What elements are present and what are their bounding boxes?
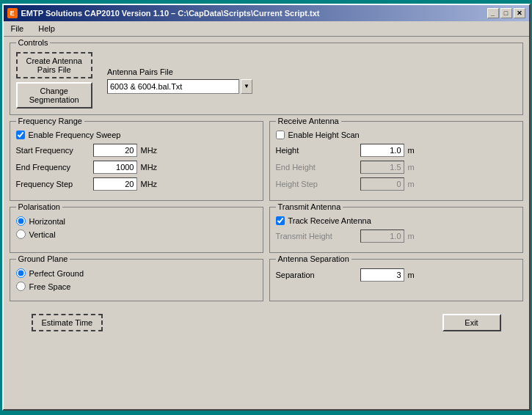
transmit-height-input xyxy=(360,229,404,243)
freq-checkbox-row: Enable Frequency Sweep xyxy=(16,131,257,139)
freq-sweep-checkbox[interactable] xyxy=(16,131,25,139)
height-step-input xyxy=(360,177,404,191)
end-freq-label: End Frequency xyxy=(16,163,90,172)
separation-input[interactable] xyxy=(360,268,404,282)
polarisation-group: Polarisation Horizontal Vertical xyxy=(10,207,263,253)
end-height-unit: m xyxy=(408,163,419,172)
vertical-label: Vertical xyxy=(29,230,56,239)
ground-plane-label: Ground Plane xyxy=(16,254,70,263)
height-scan-checkbox[interactable] xyxy=(276,131,285,139)
perfect-ground-row: Perfect Ground xyxy=(16,268,257,278)
free-space-label: Free Space xyxy=(29,282,71,291)
end-height-row: End Height m xyxy=(276,161,517,174)
controls-group: Controls Create Antenna Pairs File Chang… xyxy=(10,43,523,115)
freq-step-unit: MHz xyxy=(141,180,158,188)
bottom-section: Polarisation Horizontal Vertical Transmi… xyxy=(10,207,523,253)
height-row: Height m xyxy=(276,144,517,157)
end-freq-row: End Frequency MHz xyxy=(16,161,257,174)
estimate-time-button[interactable]: Estimate Time xyxy=(32,314,103,331)
perfect-ground-radio[interactable] xyxy=(16,268,26,278)
separation-label: Separation xyxy=(276,271,357,279)
title-bar: E EMTP Solutions CAP2010 Version 1.10 – … xyxy=(4,5,529,21)
antenna-file-input[interactable] xyxy=(107,79,239,94)
track-receive-checkbox[interactable] xyxy=(276,216,285,225)
height-step-row: Height Step m xyxy=(276,177,517,191)
frequency-group-label: Frequency Range xyxy=(16,117,84,125)
freq-step-label: Frequency Step xyxy=(16,180,90,188)
height-scan-label: Enable Height Scan xyxy=(288,131,360,139)
close-button[interactable]: ✕ xyxy=(514,8,525,18)
end-freq-unit: MHz xyxy=(141,163,158,172)
minimize-button[interactable]: _ xyxy=(487,8,499,18)
perfect-ground-label: Perfect Ground xyxy=(29,269,84,278)
separation-unit: m xyxy=(408,271,419,279)
freq-step-row: Frequency Step MHz xyxy=(16,177,257,191)
freq-sweep-label: Enable Frequency Sweep xyxy=(29,131,121,139)
end-freq-input[interactable] xyxy=(93,161,137,174)
change-segmentation-button[interactable]: Change Segmentation xyxy=(16,82,92,109)
transmit-antenna-label: Transmit Antenna xyxy=(276,202,343,211)
controls-buttons: Create Antenna Pairs File Change Segment… xyxy=(16,52,92,109)
transmit-antenna-group: Transmit Antenna Track Receive Antenna T… xyxy=(269,207,523,253)
title-buttons: _ □ ✕ xyxy=(487,8,525,18)
track-checkbox-row: Track Receive Antenna xyxy=(276,216,517,225)
main-content: Controls Create Antenna Pairs File Chang… xyxy=(4,37,529,409)
exit-button[interactable]: Exit xyxy=(442,314,501,331)
app-icon: E xyxy=(7,8,18,18)
free-space-radio[interactable] xyxy=(16,282,26,291)
track-receive-label: Track Receive Antenna xyxy=(288,216,371,225)
ground-separation-section: Ground Plane Perfect Ground Free Space A… xyxy=(10,259,523,301)
start-freq-unit: MHz xyxy=(141,146,158,155)
end-height-label: End Height xyxy=(276,163,357,172)
dropdown-arrow[interactable]: ▼ xyxy=(241,79,252,94)
menu-bar: File Help xyxy=(4,21,529,37)
height-step-label: Height Step xyxy=(276,180,357,188)
antenna-file-label: Antenna Pairs File xyxy=(107,67,252,76)
create-antenna-button[interactable]: Create Antenna Pairs File xyxy=(16,52,92,78)
bottom-buttons: Estimate Time Exit xyxy=(10,310,523,335)
start-freq-label: Start Frequency xyxy=(16,146,90,155)
receive-antenna-label: Receive Antenna xyxy=(276,117,341,125)
main-window: E EMTP Solutions CAP2010 Version 1.10 – … xyxy=(2,4,531,411)
end-height-input xyxy=(360,161,404,174)
horizontal-label: Horizontal xyxy=(29,217,66,226)
antenna-separation-group: Antenna Separation Separation m xyxy=(269,259,523,301)
middle-section: Frequency Range Enable Frequency Sweep S… xyxy=(10,121,523,201)
height-unit: m xyxy=(408,146,419,155)
controls-row: Create Antenna Pairs File Change Segment… xyxy=(16,52,517,109)
antenna-separation-label: Antenna Separation xyxy=(276,254,351,263)
controls-group-label: Controls xyxy=(16,38,51,47)
receive-antenna-group: Receive Antenna Enable Height Scan Heigh… xyxy=(269,121,523,201)
free-space-row: Free Space xyxy=(16,282,257,291)
horizontal-radio[interactable] xyxy=(16,216,26,226)
height-scan-checkbox-row: Enable Height Scan xyxy=(276,131,517,139)
menu-file[interactable]: File xyxy=(7,23,28,34)
height-step-unit: m xyxy=(408,180,419,188)
antenna-file-dropdown-wrapper: ▼ xyxy=(107,79,252,94)
polarisation-label: Polarisation xyxy=(16,202,62,211)
menu-help[interactable]: Help xyxy=(34,23,59,34)
transmit-height-unit: m xyxy=(408,232,419,240)
transmit-height-row: Transmit Height m xyxy=(276,229,517,243)
frequency-group: Frequency Range Enable Frequency Sweep S… xyxy=(10,121,263,201)
horizontal-radio-row: Horizontal xyxy=(16,216,257,226)
transmit-height-label: Transmit Height xyxy=(276,232,357,240)
height-input[interactable] xyxy=(360,144,404,157)
vertical-radio[interactable] xyxy=(16,229,26,239)
antenna-file-section: Antenna Pairs File ▼ xyxy=(107,67,252,94)
start-freq-row: Start Frequency MHz xyxy=(16,144,257,157)
vertical-radio-row: Vertical xyxy=(16,229,257,239)
window-title: EMTP Solutions CAP2010 Version 1.10 – C:… xyxy=(21,9,320,18)
separation-row: Separation m xyxy=(276,268,517,282)
maximize-button[interactable]: □ xyxy=(500,8,512,18)
title-bar-left: E EMTP Solutions CAP2010 Version 1.10 – … xyxy=(7,8,320,18)
height-label: Height xyxy=(276,146,357,155)
start-freq-input[interactable] xyxy=(93,144,137,157)
freq-step-input[interactable] xyxy=(93,177,137,191)
ground-plane-group: Ground Plane Perfect Ground Free Space xyxy=(10,259,263,301)
